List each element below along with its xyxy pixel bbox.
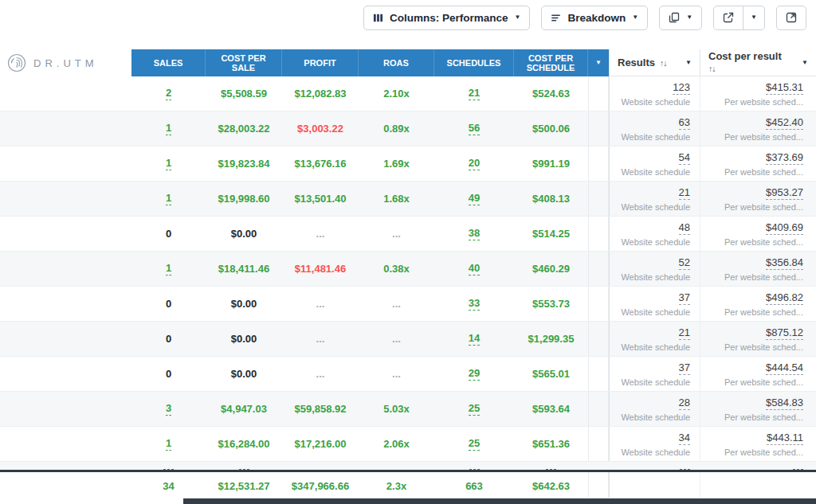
- cost-per-result-value[interactable]: $373.69: [766, 151, 803, 165]
- sales-cell: 1: [131, 147, 206, 181]
- clipped-value: [546, 466, 556, 470]
- cost-per-result-value[interactable]: $875.12: [766, 326, 803, 340]
- schedules-cell: 21: [434, 76, 514, 111]
- sort-icon[interactable]: ↑↓: [708, 63, 782, 74]
- schedules-value[interactable]: 20: [469, 157, 480, 170]
- roas-cell: 0.38x: [359, 252, 434, 286]
- cost-per-result-sublabel: Per website sched...: [724, 307, 803, 317]
- chevron-down-icon[interactable]: ▼: [685, 59, 692, 66]
- column-header-profit[interactable]: PROFIT: [282, 49, 359, 76]
- sales-value[interactable]: 2: [166, 87, 171, 100]
- cost-per-result-sublabel: Per website sched...: [724, 202, 803, 212]
- cost-per-result-sublabel: Per website sched...: [724, 132, 803, 142]
- cost-per-result-value[interactable]: $356.84: [766, 256, 803, 270]
- schedules-value[interactable]: 29: [469, 367, 480, 381]
- horizontal-scrollbar-thumb[interactable]: [183, 498, 816, 504]
- expand-button[interactable]: [776, 6, 806, 30]
- export-button[interactable]: [713, 6, 743, 30]
- cost-per-schedule-cell: $524.63: [514, 76, 588, 111]
- cost-per-schedule-cell: $553.73: [514, 287, 588, 321]
- results-value[interactable]: 123: [673, 81, 690, 95]
- columns-dropdown-button[interactable]: Columns: Performance ▼: [363, 6, 530, 30]
- column-header-cost-per-sale[interactable]: COST PER SALE: [206, 49, 282, 76]
- results-cell: 37Website schedule: [609, 357, 700, 391]
- cost-per-sale-value: $0.00: [231, 333, 257, 345]
- results-value[interactable]: 37: [679, 361, 690, 375]
- cost-per-schedule-cell: $565.01: [514, 357, 588, 391]
- cost-per-result-value[interactable]: $953.27: [766, 186, 803, 200]
- chevron-down-icon[interactable]: ▼: [802, 59, 808, 66]
- schedules-value[interactable]: 49: [469, 192, 480, 205]
- profit-cell: ...: [282, 287, 359, 321]
- cost-per-result-value[interactable]: $584.83: [766, 397, 803, 410]
- cost-per-result-cell: $496.82Per website sched...: [700, 287, 816, 321]
- results-value[interactable]: 21: [679, 186, 690, 200]
- cost-per-schedule-cell: $1,299.35: [514, 322, 588, 356]
- column-header-results[interactable]: Results ↑↓ ▼: [609, 49, 700, 76]
- results-value[interactable]: 54: [679, 151, 690, 165]
- schedules-value[interactable]: 25: [469, 437, 480, 451]
- column-header-cost-per-schedule[interactable]: COST PER SCHEDULE: [514, 49, 588, 76]
- results-header-label: Results: [618, 57, 655, 68]
- schedules-value[interactable]: 25: [469, 402, 480, 416]
- sales-value[interactable]: 1: [166, 437, 171, 451]
- sales-value[interactable]: 3: [166, 402, 171, 416]
- sales-value[interactable]: 1: [166, 192, 171, 205]
- schedules-value[interactable]: 56: [469, 122, 480, 135]
- schedules-value[interactable]: 38: [469, 227, 480, 240]
- roas-cell: 1.69x: [359, 147, 434, 181]
- cost-per-sale-cell: $4,947.03: [206, 392, 282, 426]
- schedules-value[interactable]: 14: [469, 332, 480, 346]
- breakdown-dropdown-button[interactable]: Breakdown ▼: [541, 6, 648, 30]
- results-value[interactable]: 21: [679, 326, 690, 340]
- column-header-sales[interactable]: SALES: [131, 49, 206, 76]
- spacer-cell: [588, 357, 609, 391]
- cost-per-result-sublabel: Per website sched...: [724, 167, 803, 177]
- export-split-button: ▼: [713, 6, 765, 30]
- table-row: 0$0.00......38$514.2548Website schedule$…: [0, 217, 816, 252]
- results-value[interactable]: 34: [679, 432, 690, 445]
- cost-per-result-value[interactable]: $443.11: [767, 432, 803, 445]
- sales-value[interactable]: 1: [166, 262, 171, 275]
- schedules-value[interactable]: 40: [469, 262, 480, 275]
- results-value[interactable]: 48: [679, 221, 690, 235]
- spacer-cell: [588, 252, 609, 286]
- schedules-value[interactable]: 21: [469, 87, 480, 100]
- results-value[interactable]: 28: [679, 397, 690, 410]
- cost-per-sale-cell: $19,998.60: [206, 182, 282, 216]
- totals-cost-per-sale: $12,531.27: [206, 472, 282, 499]
- cost-per-result-value[interactable]: $409.69: [766, 221, 803, 235]
- column-header-cost-per-result[interactable]: Cost per result ↑↓ ▼: [700, 49, 816, 76]
- results-sublabel: Website schedule: [621, 132, 690, 142]
- profit-value: ...: [316, 298, 325, 310]
- results-sublabel: Website schedule: [621, 377, 690, 387]
- roas-cell: 1.68x: [359, 182, 434, 216]
- cost-per-result-value[interactable]: $496.82: [766, 291, 803, 305]
- cost-per-sale-cell: $0.00: [206, 357, 282, 391]
- results-value[interactable]: 37: [679, 291, 690, 305]
- cost-per-result-value[interactable]: $444.54: [766, 361, 803, 375]
- cost-per-schedule-cell: $991.19: [514, 147, 588, 181]
- roas-cell: 2.06x: [359, 427, 434, 461]
- results-value[interactable]: 63: [679, 116, 690, 130]
- column-header-roas[interactable]: ROAS: [359, 49, 434, 76]
- metrics-menu-button[interactable]: ▼: [588, 49, 609, 76]
- logo-cell: DR.UTM: [0, 49, 131, 76]
- cost-per-schedule-cell: $593.64: [514, 392, 588, 426]
- profit-cell: $13,501.40: [282, 182, 359, 216]
- spacer-cell: [588, 76, 609, 111]
- roas-value: 5.03x: [383, 403, 410, 415]
- copy-dropdown-button[interactable]: ▼: [659, 6, 702, 30]
- results-value[interactable]: 52: [679, 256, 690, 270]
- export-options-button[interactable]: ▼: [743, 6, 765, 30]
- sales-value[interactable]: 1: [166, 157, 171, 170]
- cost-per-result-cell: $373.69Per website sched...: [700, 147, 816, 181]
- cost-per-result-value[interactable]: $415.31: [766, 81, 803, 95]
- sales-value[interactable]: 1: [166, 122, 171, 135]
- cost-per-result-value[interactable]: $452.40: [766, 116, 803, 130]
- schedules-value[interactable]: 33: [469, 297, 480, 311]
- column-header-schedules[interactable]: SCHEDULES: [434, 49, 514, 76]
- sort-icon[interactable]: ↑↓: [660, 58, 667, 68]
- cost-per-schedule-value: $1,299.35: [528, 333, 575, 345]
- sales-cell: 2: [131, 76, 206, 111]
